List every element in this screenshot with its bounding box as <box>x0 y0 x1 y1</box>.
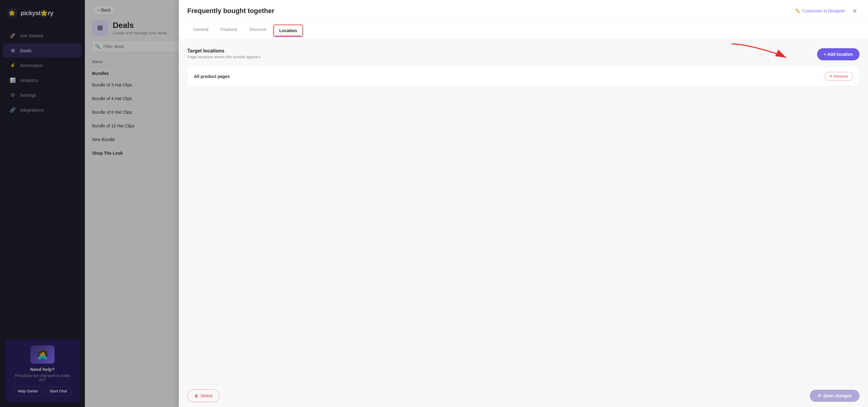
wand-icon: ✏️ <box>795 8 800 13</box>
panel-tabs: General Products Discount Location <box>179 22 868 40</box>
tab-location[interactable]: Location <box>275 26 301 36</box>
tab-general[interactable]: General <box>187 22 215 40</box>
panel-footer: 🗑 Delete ⟳ Save changes <box>179 384 868 407</box>
save-button[interactable]: ⟳ Save changes <box>810 390 860 402</box>
add-location-label: + Add location <box>824 52 853 57</box>
panel-body: Target locations Page locations where th… <box>179 40 868 384</box>
panel: Frequently bought together ✏️ Customize … <box>179 0 868 407</box>
customize-button[interactable]: ✏️ Customize in Designer <box>795 8 845 13</box>
target-subtitle: Page locations where this bundle appears <box>187 55 260 59</box>
tab-products[interactable]: Products <box>215 22 243 40</box>
target-locations-header: Target locations Page locations where th… <box>187 48 860 60</box>
tab-location-wrapper: Location <box>273 25 303 37</box>
remove-label: ✕ Remove <box>829 74 848 79</box>
location-name: All product pages <box>194 74 230 79</box>
remove-button[interactable]: ✕ Remove <box>825 72 853 81</box>
tab-discount[interactable]: Discount <box>243 22 272 40</box>
save-icon: ⟳ <box>818 394 821 398</box>
target-title: Target locations <box>187 48 260 54</box>
save-label: Save changes <box>824 394 851 398</box>
close-button[interactable]: ✕ <box>850 6 860 16</box>
panel-header-actions: ✏️ Customize in Designer ✕ <box>795 6 860 16</box>
add-location-button[interactable]: + Add location <box>817 48 860 60</box>
delete-button[interactable]: 🗑 Delete <box>187 389 220 402</box>
trash-icon: 🗑 <box>194 394 198 398</box>
target-title-group: Target locations Page locations where th… <box>187 48 260 59</box>
panel-header: Frequently bought together ✏️ Customize … <box>179 0 868 22</box>
panel-title: Frequently bought together <box>187 7 274 15</box>
delete-label: Delete <box>200 394 213 398</box>
location-row: All product pages ✕ Remove <box>187 66 860 86</box>
customize-label: Customize in Designer <box>802 8 845 13</box>
